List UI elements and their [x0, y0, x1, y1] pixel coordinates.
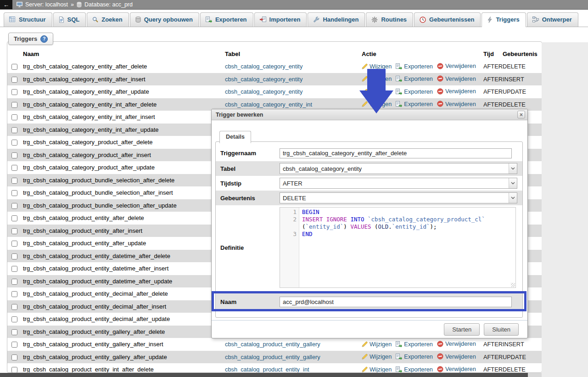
back-button[interactable]: ← — [0, 0, 12, 9]
row-checkbox[interactable] — [11, 114, 17, 120]
row-checkbox[interactable] — [11, 102, 17, 108]
row-checkbox[interactable] — [11, 127, 17, 133]
breadcrumb-server[interactable]: Server: localhost — [25, 1, 68, 8]
pencil-icon — [362, 63, 368, 69]
row-checkbox[interactable] — [11, 279, 17, 285]
action-wijzigen[interactable]: Wijzigen — [362, 366, 392, 373]
close-button[interactable]: Sluiten — [484, 323, 519, 336]
help-icon[interactable]: ? — [40, 35, 48, 43]
tab-gebeurtenissen[interactable]: Gebeurtenissen — [414, 12, 481, 27]
tab-exporteren[interactable]: Exporteren — [200, 12, 253, 27]
trigger-name: trg_cbsh_catalog_product_bundle_selectio… — [23, 199, 225, 212]
table-link[interactable]: cbsh_catalog_category_entity — [225, 76, 302, 83]
tab-query-opbouwen[interactable]: Query opbouwen — [130, 12, 199, 27]
table-link[interactable]: cbsh_catalog_category_entity — [225, 63, 302, 70]
row-checkbox[interactable] — [11, 228, 17, 234]
row-checkbox[interactable] — [11, 89, 17, 95]
action-wijzigen[interactable]: Wijzigen — [362, 341, 392, 348]
table-link[interactable]: cbsh_catalog_product_entity_int — [225, 366, 309, 373]
row-checkbox[interactable] — [11, 190, 17, 196]
action-exporteren[interactable]: Exporteren — [396, 75, 433, 82]
action-exporteren[interactable]: Exporteren — [396, 341, 433, 348]
action-verwijderen[interactable]: Verwijderen — [437, 101, 476, 107]
tab-routines[interactable]: Routines — [366, 12, 413, 27]
dialog-titlebar[interactable]: Trigger bewerken × — [212, 109, 527, 120]
pencil-icon — [362, 76, 368, 82]
tab-label: Query opbouwen — [144, 16, 193, 23]
tab-details[interactable]: Details — [219, 131, 251, 143]
action-exporteren[interactable]: Exporteren — [396, 63, 433, 70]
row-checkbox[interactable] — [11, 354, 17, 360]
field-label-tabel: Tabel — [216, 165, 280, 172]
row-checkbox[interactable] — [11, 316, 17, 322]
trigger-name: trg_cbsh_catalog_product_entity_after_up… — [23, 237, 225, 250]
table-link[interactable]: cbsh_catalog_product_entity_gallery — [225, 354, 320, 360]
action-wijzigen[interactable]: Wijzigen — [362, 75, 392, 82]
tab-zoeken[interactable]: Zoeken — [87, 12, 129, 27]
action-verwijderen[interactable]: Verwijderen — [437, 75, 476, 82]
table-select[interactable]: cbsh_catalog_category_entity — [280, 163, 517, 174]
row-checkbox[interactable] — [11, 266, 17, 272]
row-checkbox[interactable] — [11, 178, 17, 184]
action-wijzigen[interactable]: Wijzigen — [362, 63, 392, 70]
action-wijzigen[interactable]: Wijzigen — [362, 88, 392, 95]
action-wijzigen[interactable]: Wijzigen — [362, 101, 392, 107]
field-label-tijdstip: Tijdstip — [216, 180, 280, 187]
trigger-time: AFTER — [483, 338, 503, 351]
tab-importeren[interactable]: Importeren — [254, 12, 307, 27]
tab-structuur[interactable]: Structuur — [4, 12, 52, 27]
row-checkbox[interactable] — [11, 241, 17, 247]
action-label: Verwijderen — [445, 340, 476, 347]
row-checkbox[interactable] — [11, 291, 17, 297]
table-select-value: cbsh_catalog_category_entity — [280, 165, 509, 172]
row-checkbox[interactable] — [11, 77, 17, 83]
row-checkbox[interactable] — [11, 367, 17, 373]
resize-grip-icon[interactable] — [511, 283, 515, 287]
action-exporteren[interactable]: Exporteren — [396, 366, 433, 373]
action-verwijderen[interactable]: Verwijderen — [437, 340, 476, 347]
action-verwijderen[interactable]: Verwijderen — [437, 62, 476, 69]
row-checkbox[interactable] — [11, 152, 17, 158]
trigger-time: AFTER — [483, 85, 503, 98]
row-checkbox[interactable] — [11, 140, 17, 146]
row-checkbox[interactable] — [11, 215, 17, 221]
editor-code[interactable]: BEGININSERT IGNORE INTO `cbsh_catalog_ca… — [299, 208, 485, 287]
row-checkbox[interactable] — [11, 203, 17, 209]
tab-handelingen[interactable]: Handelingen — [308, 12, 365, 27]
row-checkbox[interactable] — [11, 342, 17, 348]
tab-label: Routines — [381, 16, 407, 23]
table-link[interactable]: cbsh_catalog_product_entity_gallery — [225, 341, 320, 348]
tab-triggers[interactable]: Triggers — [482, 12, 526, 27]
action-exporteren[interactable]: Exporteren — [396, 353, 433, 360]
timing-select[interactable]: AFTER — [280, 178, 517, 189]
trigger-name: trg_cbsh_catalog_product_bundle_selectio… — [23, 174, 225, 187]
action-exporteren[interactable]: Exporteren — [396, 88, 433, 95]
action-verwijderen[interactable]: Verwijderen — [437, 88, 476, 95]
row-checkbox[interactable] — [11, 304, 17, 310]
export-row-icon — [396, 89, 402, 95]
row-checkbox[interactable] — [11, 165, 17, 171]
action-verwijderen[interactable]: Verwijderen — [437, 366, 476, 372]
start-button[interactable]: Starten — [444, 323, 480, 336]
definer-name-input[interactable] — [280, 297, 512, 307]
table-link[interactable]: cbsh_catalog_category_entity — [225, 88, 302, 95]
tab-ontwerper[interactable]: Ontwerper — [527, 12, 578, 27]
definition-editor[interactable]: 123 BEGININSERT IGNORE INTO `cbsh_catalo… — [280, 207, 516, 288]
trigger-name-input[interactable] — [280, 148, 512, 158]
row-checkbox[interactable] — [11, 253, 17, 259]
action-verwijderen[interactable]: Verwijderen — [437, 353, 476, 360]
breadcrumb-database[interactable]: Database: acc_prd — [84, 1, 133, 8]
action-wijzigen[interactable]: Wijzigen — [362, 353, 392, 360]
editor-line-numbers: 123 — [280, 208, 299, 287]
action-exporteren[interactable]: Exporteren — [396, 101, 433, 107]
pencil-icon — [362, 341, 368, 347]
tab-label: Exporteren — [215, 16, 247, 23]
row-checkbox[interactable] — [11, 329, 17, 335]
chevron-down-icon — [509, 178, 517, 188]
table-link[interactable]: cbsh_catalog_category_entity_int — [225, 101, 312, 108]
tab-sql[interactable]: SQL — [53, 12, 86, 27]
form-row-tijdstip: Tijdstip AFTER — [216, 176, 522, 191]
close-icon[interactable]: × — [517, 111, 525, 118]
row-checkbox[interactable] — [11, 64, 17, 70]
event-select[interactable]: DELETE — [280, 192, 517, 203]
